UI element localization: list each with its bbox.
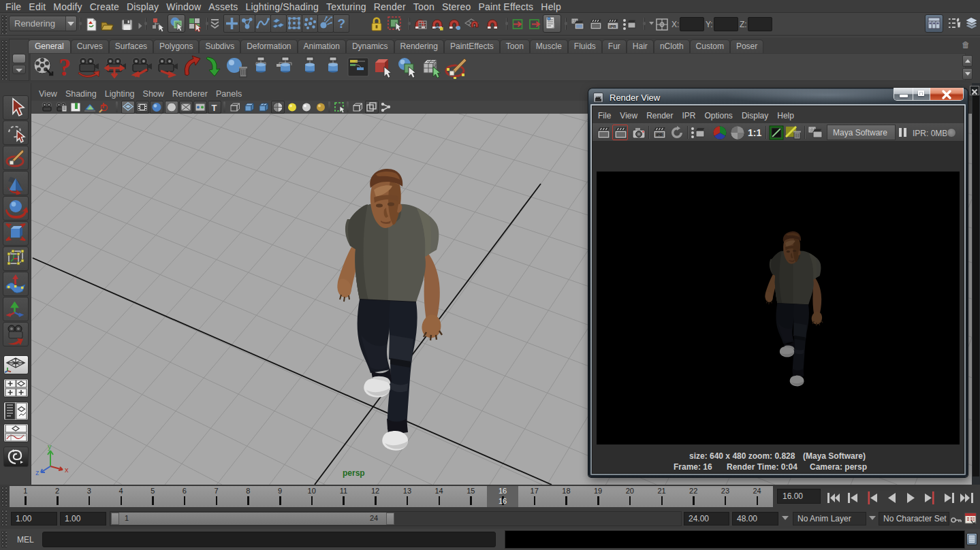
svg-text:IPR: IPR xyxy=(610,25,617,29)
svg-text:x: x xyxy=(65,466,69,474)
svg-text:?: ? xyxy=(338,16,346,31)
svg-text:y: y xyxy=(48,442,52,451)
svg-text:z: z xyxy=(35,468,39,476)
svg-text:T: T xyxy=(212,103,217,113)
